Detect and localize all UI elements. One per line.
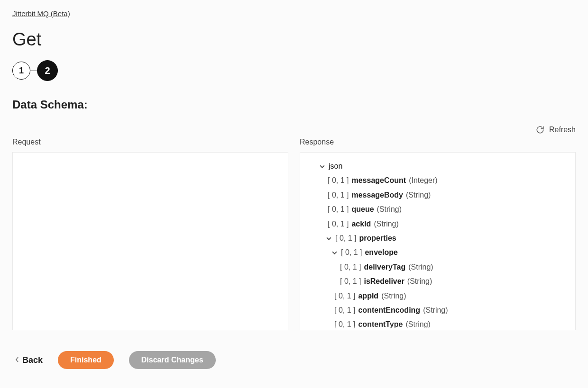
cardinality-label: [ 0, 1 ]	[328, 173, 349, 188]
field-type: (String)	[374, 217, 398, 231]
field-type: (Integer)	[409, 173, 437, 188]
tree-row[interactable]: [ 0, 1 ] queue (String)	[309, 202, 567, 217]
field-name: deliveryTag	[364, 260, 405, 274]
breadcrumb[interactable]: Jitterbit MQ (Beta)	[12, 9, 70, 18]
step-1[interactable]: 1	[12, 62, 30, 80]
tree-row[interactable]: [ 0, 1 ] isRedeliver (String)	[309, 274, 567, 289]
field-name: envelope	[365, 245, 397, 260]
field-name: ackId	[351, 217, 371, 231]
finished-button[interactable]: Finished	[58, 351, 114, 369]
field-type: (String)	[381, 289, 406, 303]
field-name: messageCount	[351, 173, 406, 188]
refresh-icon	[536, 126, 544, 134]
field-type: (String)	[407, 274, 432, 289]
chevron-left-icon	[15, 356, 19, 364]
back-button[interactable]: Back	[15, 355, 43, 365]
tree-row[interactable]: [ 0, 1 ] messageCount (Integer)	[309, 173, 567, 188]
step-connector	[30, 71, 37, 71]
cardinality-label: [ 0, 1 ]	[341, 245, 362, 260]
refresh-button[interactable]: Refresh	[12, 126, 576, 134]
field-name: properties	[359, 231, 396, 245]
refresh-label: Refresh	[549, 126, 576, 134]
field-name: isRedeliver	[364, 274, 404, 289]
back-label: Back	[22, 355, 43, 365]
cardinality-label: [ 0, 1 ]	[334, 303, 355, 317]
field-type: (String)	[408, 260, 433, 274]
field-type: (String)	[377, 202, 402, 217]
field-type: (String)	[406, 188, 431, 202]
cardinality-label: [ 0, 1 ]	[340, 260, 361, 274]
response-header: Response	[300, 138, 576, 146]
tree-row-properties[interactable]: [ 0, 1 ] properties	[309, 231, 567, 245]
response-panel: json [ 0, 1 ] messageCount (Integer) [ 0…	[300, 152, 576, 330]
chevron-down-icon[interactable]	[331, 250, 338, 255]
tree-root-label: json	[329, 159, 342, 173]
tree-row-root[interactable]: json	[309, 159, 567, 173]
chevron-down-icon[interactable]	[318, 164, 326, 169]
chevron-down-icon[interactable]	[325, 236, 332, 241]
tree-row[interactable]: [ 0, 1 ] ackId (String)	[309, 217, 567, 231]
section-title-data-schema: Data Schema:	[12, 98, 576, 111]
stepper: 1 2	[12, 60, 576, 81]
field-name: appId	[358, 289, 378, 303]
tree-row[interactable]: [ 0, 1 ] contentEncoding (String)	[309, 303, 567, 317]
cardinality-label: [ 0, 1 ]	[335, 231, 356, 245]
cardinality-label: [ 0, 1 ]	[340, 274, 361, 289]
tree-row[interactable]: [ 0, 1 ] appId (String)	[309, 289, 567, 303]
tree-row-envelope[interactable]: [ 0, 1 ] envelope	[309, 245, 567, 260]
page-title: Get	[12, 29, 576, 50]
cardinality-label: [ 0, 1 ]	[328, 188, 349, 202]
discard-changes-button[interactable]: Discard Changes	[129, 351, 216, 369]
step-2[interactable]: 2	[37, 60, 58, 81]
schema-tree: json [ 0, 1 ] messageCount (Integer) [ 0…	[309, 159, 567, 330]
cardinality-label: [ 0, 1 ]	[328, 217, 349, 231]
cardinality-label: [ 0, 1 ]	[334, 289, 355, 303]
field-type: (String)	[423, 303, 448, 317]
tree-row[interactable]: [ 0, 1 ] deliveryTag (String)	[309, 260, 567, 274]
request-panel	[12, 152, 288, 330]
field-name: contentEncoding	[358, 303, 420, 317]
tree-row[interactable]: [ 0, 1 ] messageBody (String)	[309, 188, 567, 202]
cardinality-label: [ 0, 1 ]	[328, 202, 349, 217]
field-name: messageBody	[351, 188, 403, 202]
field-name: queue	[351, 202, 374, 217]
request-header: Request	[12, 138, 288, 146]
